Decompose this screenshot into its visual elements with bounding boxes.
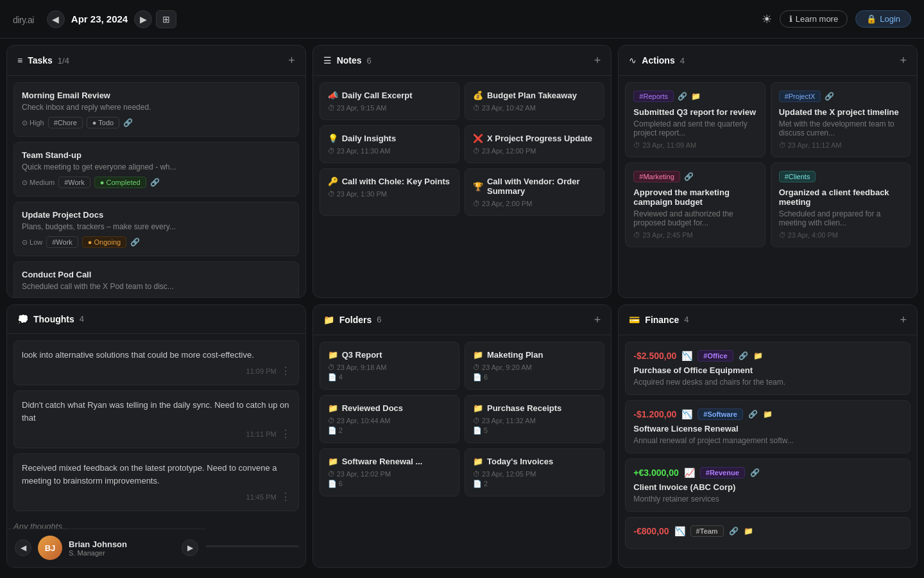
action-desc: Reviewed and authorized the proposed bud… <box>633 209 757 227</box>
next-date-button[interactable]: ▶ <box>134 10 152 28</box>
note-title: 📣 Daily Call Excerpt <box>328 91 451 100</box>
folder-card: 📁 Maketing Plan ⏱ 23 Apr, 9:20 AM 📄 6 <box>465 342 604 390</box>
tasks-add-button[interactable]: + <box>288 55 295 66</box>
folder-icon: 📁 <box>328 403 338 413</box>
theme-toggle-button[interactable]: ☀ <box>762 12 772 26</box>
finance-tag: #Software <box>697 408 743 420</box>
task-title: Team Stand-up <box>22 150 291 160</box>
finance-list: -$2.500,00 📉 #Office 🔗 📁 Purchase of Off… <box>619 335 917 556</box>
finance-title-text: Purchase of Office Equipment <box>633 365 902 375</box>
notes-grid: 📣 Daily Call Excerpt ⏱ 23 Apr, 9:15 AM 💰… <box>313 76 612 222</box>
finance-desc: Monthly retainer services <box>633 495 902 504</box>
header: diry.ai ◀ Apr 23, 2024 ▶ ⊞ ☀ ℹ Learn mor… <box>0 0 924 39</box>
note-emoji: 🏆 <box>473 182 483 191</box>
note-title: 🏆 Call with Vendor: Order Summary <box>473 177 596 196</box>
action-desc: Scheduled and prepared for a meeting wit… <box>779 209 902 227</box>
user-role: S. Manager <box>69 549 175 557</box>
task-meta: ⊙ High #Chore ● Todo 🔗 <box>22 117 291 128</box>
link-icon: 🔗 <box>678 92 687 101</box>
folder-meta: ⏱ 23 Apr, 12:02 PM 📄 6 <box>328 470 451 488</box>
folder-icon: 📁 <box>691 92 701 101</box>
calendar-button[interactable]: ⊞ <box>156 10 176 28</box>
note-emoji: 📣 <box>328 91 338 100</box>
folder-icon: 📁 <box>763 410 773 419</box>
finance-amount: -$2.500,00 📉 #Office 🔗 📁 <box>633 350 902 362</box>
action-card: #ProjectX 🔗 Updated the X project timeli… <box>771 82 911 157</box>
note-time: ⏱ 23 Apr, 12:00 PM <box>473 147 596 155</box>
folder-icon: 📁 <box>328 457 338 466</box>
tasks-count: 1/4 <box>58 56 69 66</box>
user-prev-button[interactable]: ◀ <box>15 539 31 556</box>
thoughts-title: Thoughts <box>33 314 74 324</box>
folder-name: 📁 Software Renewal ... <box>328 457 451 466</box>
folder-name: 📁 Today's Invoices <box>473 457 596 466</box>
folder-name: 📁 Maketing Plan <box>473 350 596 360</box>
folders-grid: 📁 Q3 Report ⏱ 23 Apr, 9:18 AM 📄 4 📁 Make… <box>313 335 612 503</box>
link-icon: 🔗 <box>130 238 140 247</box>
folder-meta: ⏱ 23 Apr, 9:20 AM 📄 6 <box>473 363 596 381</box>
action-time: ⏱ 23 Apr, 11:09 AM <box>633 141 757 149</box>
finance-add-button[interactable]: + <box>900 314 907 326</box>
prev-date-button[interactable]: ◀ <box>47 10 65 28</box>
note-title: 💡 Daily Insights <box>328 134 451 143</box>
task-title: Update Project Docs <box>22 210 291 220</box>
finance-title: Finance <box>645 315 679 325</box>
tasks-list: Morning Email Review Check inbox and rep… <box>7 76 305 297</box>
finance-amount: +€3.000,00 📈 #Revenue 🔗 <box>633 467 902 478</box>
note-time: ⏱ 23 Apr, 11:30 AM <box>328 147 451 155</box>
folder-icon: 📁 <box>473 457 483 466</box>
thought-text: Didn't catch what Ryan was telling in th… <box>22 399 291 424</box>
action-time: ⏱ 23 Apr, 4:00 PM <box>779 231 902 239</box>
note-emoji: 🔑 <box>328 177 338 186</box>
note-card: 🏆 Call with Vendor: Order Summary ⏱ 23 A… <box>465 168 604 216</box>
tasks-header: ≡ Tasks 1/4 + <box>7 46 305 76</box>
logo-suffix: .ai <box>26 15 34 25</box>
folder-meta: ⏱ 23 Apr, 9:18 AM 📄 4 <box>328 363 451 381</box>
link-icon: 🔗 <box>825 92 834 101</box>
user-info: Brian Johnson S. Manager <box>69 539 175 557</box>
header-right: ☀ ℹ Learn more 🔒 Login <box>762 10 911 28</box>
link-icon: 🔗 <box>123 118 133 127</box>
folder-card: 📁 Software Renewal ... ⏱ 23 Apr, 12:02 P… <box>320 448 459 496</box>
folders-panel: 📁 Folders 6 + 📁 Q3 Report ⏱ 23 Apr, 9:18… <box>312 304 612 568</box>
lock-icon: 🔒 <box>866 14 877 24</box>
finance-desc: Annual renewal of project management sof… <box>633 436 902 445</box>
priority-badge: ⊙ Medium <box>22 179 55 187</box>
folder-meta: ⏱ 23 Apr, 10:44 AM 📄 2 <box>328 417 451 435</box>
thought-more-button[interactable]: ⋮ <box>280 365 291 377</box>
task-desc: Check inbox and reply where needed. <box>22 103 291 112</box>
notes-add-button[interactable]: + <box>594 55 601 66</box>
task-desc: Quick meeting to get everyone aligned - … <box>22 162 291 171</box>
folder-card: 📁 Q3 Report ⏱ 23 Apr, 9:18 AM 📄 4 <box>320 342 459 390</box>
folder-name: 📁 Q3 Report <box>328 350 451 360</box>
actions-grid: #Reports 🔗 📁 Submitted Q3 report for rev… <box>619 76 917 254</box>
trend-icon: 📈 <box>684 468 695 478</box>
priority-badge: ⊙ High <box>22 119 44 127</box>
task-card: Update Project Docs Plans, budgets, trac… <box>13 202 299 256</box>
note-time: ⏱ 23 Apr, 1:30 PM <box>328 190 451 198</box>
task-meta: ⊙ Medium #Work ● Completed 🔗 <box>22 177 291 188</box>
finance-title-text: Software License Renewal <box>633 424 902 434</box>
actions-header: ∿ Actions 4 + <box>619 46 917 76</box>
thought-more-button[interactable]: ⋮ <box>280 428 291 440</box>
action-tag: #ProjectX <box>779 91 821 102</box>
actions-add-button[interactable]: + <box>900 55 907 66</box>
folders-add-button[interactable]: + <box>594 314 601 326</box>
action-tag: #Reports <box>633 91 674 102</box>
folder-icon: 📁 <box>744 527 753 536</box>
tasks-panel: ≡ Tasks 1/4 + Morning Email Review Check… <box>6 45 306 298</box>
priority-badge: ⊙ Low <box>22 238 42 247</box>
link-icon: 🔗 <box>748 410 758 419</box>
notes-icon: ☰ <box>323 55 332 66</box>
right-column: ∿ Actions 4 + #Reports 🔗 📁 Submitted Q3 … <box>618 45 918 572</box>
thought-more-button[interactable]: ⋮ <box>280 491 291 503</box>
task-title: Conduct Pod Call <box>22 270 291 279</box>
user-next-button[interactable]: ▶ <box>182 539 198 556</box>
actions-count: 4 <box>680 56 685 66</box>
folder-icon: 📁 <box>473 403 483 413</box>
task-card: Team Stand-up Quick meeting to get every… <box>13 142 299 197</box>
note-title: ❌ X Project Progress Update <box>473 134 596 143</box>
learn-more-button[interactable]: ℹ Learn more <box>780 10 848 28</box>
login-button[interactable]: 🔒 Login <box>855 10 911 28</box>
main-content: ≡ Tasks 1/4 + Morning Email Review Check… <box>0 39 924 578</box>
